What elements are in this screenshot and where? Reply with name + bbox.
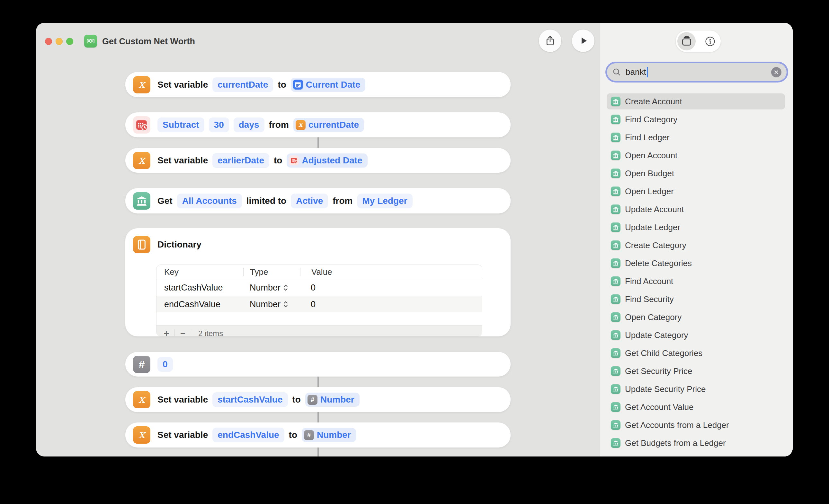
action-list-item[interactable]: Update Category: [607, 327, 785, 343]
flow-connector: [318, 377, 319, 387]
page-title: Get Custom Net Worth: [102, 36, 195, 47]
dict-value-field[interactable]: 0: [300, 283, 482, 293]
action-list-item[interactable]: Get Child Categories: [607, 345, 785, 361]
minimize-button[interactable]: [56, 38, 63, 45]
dict-value-field[interactable]: 0: [300, 300, 482, 309]
action-list-item[interactable]: Get Security Price: [607, 363, 785, 379]
variable-x-icon: x: [296, 120, 305, 130]
action-list-item-label: Delete Categories: [625, 259, 692, 268]
action-list-item[interactable]: Find Ledger: [607, 129, 785, 146]
action-list-item-label: Get Child Categories: [625, 348, 702, 358]
bank-icon: [611, 96, 620, 106]
action-list-item-label: Get Account Value: [625, 402, 693, 412]
dictionary-footer: + − 2 items: [156, 325, 482, 337]
action-list-item[interactable]: Create Category: [607, 237, 785, 253]
bank-icon: [611, 312, 620, 322]
action-list-item[interactable]: Find Category: [607, 111, 785, 127]
bank-icon: [611, 115, 620, 124]
bank-icon: [133, 192, 150, 209]
action-list-item[interactable]: Update Security Price: [607, 381, 785, 397]
remove-item-button[interactable]: −: [178, 329, 188, 337]
set-variable-icon: x: [133, 152, 150, 169]
action-dictionary[interactable]: Dictionary Key Type Value startCashValue…: [125, 228, 511, 337]
share-icon: [544, 35, 556, 46]
flow-connector: [318, 448, 319, 457]
stepper-icon: [283, 283, 288, 292]
variable-pill[interactable]: startCashValue: [212, 392, 288, 407]
close-icon: [774, 70, 779, 75]
variable-pill[interactable]: endCashValue: [212, 428, 284, 442]
source-pill[interactable]: My Ledger: [357, 194, 412, 208]
action-label: to: [278, 80, 286, 90]
dict-type-select[interactable]: Number: [243, 283, 300, 293]
action-set-variable-earlierdate[interactable]: x Set variable earlierDate to Adjusted D…: [125, 148, 511, 173]
operation-pill[interactable]: Subtract: [157, 117, 204, 132]
dictionary-row: startCashValue Number 0: [156, 279, 482, 296]
amount-pill[interactable]: 30: [209, 117, 229, 132]
add-item-button[interactable]: +: [161, 329, 171, 337]
bank-icon: [611, 348, 620, 358]
action-list-item-label: Find Account: [625, 276, 673, 286]
magic-variable-pill[interactable]: # Number: [302, 428, 356, 442]
action-label: from: [332, 196, 353, 206]
magic-variable-pill[interactable]: Adjusted Date: [287, 153, 367, 167]
number-icon: #: [133, 356, 150, 373]
dictionary-row: endCashValue Number 0: [156, 296, 482, 312]
action-list-item-label: Open Budget: [625, 168, 674, 179]
variable-pill[interactable]: earlierDate: [212, 153, 269, 168]
action-list-item[interactable]: Delete Categories: [607, 255, 785, 271]
number-badge-icon: #: [308, 395, 318, 405]
clear-search-button[interactable]: [771, 67, 782, 77]
action-list-item[interactable]: Find Account: [607, 273, 785, 289]
magic-variable-pill[interactable]: # Number: [305, 393, 360, 407]
action-list-item[interactable]: Get Accounts from a Ledger: [607, 417, 785, 433]
action-list-item-label: Create Category: [625, 240, 686, 250]
set-variable-icon: x: [133, 391, 150, 408]
action-list-item[interactable]: Find Security: [607, 291, 785, 307]
dictionary-title: Dictionary: [157, 239, 202, 250]
action-subtract-time[interactable]: Subtract 30 days from x currentDate: [125, 112, 511, 138]
run-button[interactable]: [572, 30, 594, 52]
number-value-pill[interactable]: 0: [157, 357, 173, 372]
action-label: Set variable: [157, 155, 208, 166]
action-number[interactable]: # 0: [125, 352, 511, 377]
dict-key-field[interactable]: endCashValue: [156, 300, 243, 309]
action-list-item[interactable]: Update Ledger: [607, 219, 785, 235]
variable-pill[interactable]: currentDate: [212, 77, 273, 92]
action-list-item-label: Open Ledger: [625, 187, 674, 196]
bank-icon: [611, 240, 620, 250]
action-set-variable-endcashvalue[interactable]: x Set variable endCashValue to # Number: [125, 422, 511, 448]
magic-variable-pill[interactable]: Current Date: [291, 78, 366, 92]
bank-icon: [611, 187, 620, 196]
action-list-item[interactable]: Open Category: [607, 309, 785, 325]
action-get-accounts[interactable]: Get All Accounts limited to Active from …: [125, 188, 511, 214]
play-icon: [578, 36, 588, 46]
variable-pill[interactable]: x currentDate: [293, 118, 364, 132]
tab-info[interactable]: [701, 32, 719, 50]
bank-icon: [611, 402, 620, 412]
filter-pill[interactable]: Active: [291, 194, 328, 208]
action-list-item[interactable]: Update Account: [607, 201, 785, 217]
tab-action-library[interactable]: [677, 32, 696, 50]
action-list-item[interactable]: Open Account: [607, 147, 785, 163]
column-header-value: Value: [300, 267, 482, 277]
search-input[interactable]: bankt: [607, 63, 787, 81]
action-list-item-label: Open Category: [625, 312, 682, 322]
action-list-item[interactable]: Open Budget: [607, 165, 785, 181]
action-set-variable-currentdate[interactable]: x Set variable currentDate to Current Da…: [125, 72, 511, 97]
dict-key-field[interactable]: startCashValue: [156, 283, 243, 293]
action-list-item[interactable]: Create Account: [607, 93, 785, 110]
dict-type-select[interactable]: Number: [243, 300, 300, 309]
action-label: Set variable: [157, 80, 208, 90]
action-set-variable-startcashvalue[interactable]: x Set variable startCashValue to # Numbe…: [125, 387, 511, 412]
close-button[interactable]: [45, 38, 52, 45]
target-pill[interactable]: All Accounts: [177, 194, 242, 208]
share-button[interactable]: [539, 30, 561, 52]
action-list-item[interactable]: Get Budgets from a Ledger: [607, 435, 785, 451]
action-list-item[interactable]: Get Account Value: [607, 399, 785, 415]
zoom-button[interactable]: [66, 38, 73, 45]
action-list-item-label: Get Budgets from a Ledger: [625, 438, 726, 448]
unit-pill[interactable]: days: [233, 117, 264, 132]
action-list-item[interactable]: Open Ledger: [607, 183, 785, 199]
action-list-item-label: Create Account: [625, 96, 682, 107]
